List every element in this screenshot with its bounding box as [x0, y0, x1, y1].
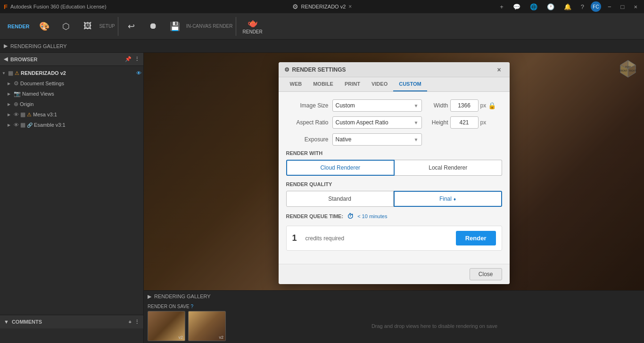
browser-tree: ▼ ▦ ⚠ RENDERIZADO v2 👁 ▶ ⚙ Document Sett… — [0, 66, 143, 315]
exposure-select[interactable]: Native ▼ — [332, 133, 422, 146]
image-size-row: Image Size Custom ▼ Width px 🔒 — [286, 99, 502, 112]
local-renderer-button[interactable]: Local Renderer — [395, 160, 502, 176]
aspect-ratio-value: Custom Aspect Ratio — [336, 119, 388, 126]
setup-label: SETUP — [99, 24, 115, 29]
aspect-ratio-select[interactable]: Custom Aspect Ratio ▼ — [332, 116, 422, 129]
tab-custom[interactable]: CUSTOM — [393, 77, 427, 91]
app-icon: F — [4, 3, 8, 10]
maximize-button[interactable]: □ — [618, 2, 627, 11]
close-button[interactable]: × — [631, 2, 640, 11]
tree-item-origin[interactable]: ▶ ⊕ Origin — [0, 99, 143, 109]
tab-mobile[interactable]: MOBILE — [307, 77, 339, 91]
render-settings-button[interactable]: 🫖 RENDER — [239, 16, 266, 36]
titlebar: F Autodesk Fusion 360 (Education License… — [0, 0, 644, 13]
render-btn-label: RENDER — [243, 29, 263, 34]
tree-item-mesa-label: Mesa v3:1 — [33, 112, 57, 117]
gallery-label: RENDERING GALLERY — [10, 43, 67, 49]
credits-row: 1 credits required Render — [286, 226, 502, 251]
final-quality-button[interactable]: Final ♦ — [394, 191, 502, 207]
help-icon-save[interactable]: ? — [191, 304, 194, 309]
browser-pin-icon[interactable]: 📌 — [125, 56, 132, 62]
clock-icon[interactable]: 🕐 — [544, 2, 557, 11]
viewport: TOP RIGHT FRONT ⚙ RENDER SETTINGS × WEB … — [144, 53, 644, 343]
scene-button[interactable]: 🖼 — [77, 19, 98, 33]
close-dialog-button[interactable]: Close — [470, 268, 502, 280]
gallery-arrow-icon: ▶ — [148, 294, 151, 300]
render-submit-button[interactable]: Render — [456, 231, 496, 245]
rendering-gallery-header[interactable]: ▶ RENDERING GALLERY — [144, 291, 644, 302]
tree-item-named-views[interactable]: ▶ 📷 Named Views — [0, 89, 143, 99]
comments-expand-icon[interactable]: ▼ — [4, 319, 9, 325]
toolbar-separator-1 — [118, 17, 118, 36]
warning-icon-mesa: ⚠ — [27, 112, 32, 118]
visibility-icon-esamble[interactable]: 👁 — [14, 122, 19, 128]
credits-label: credits required — [305, 235, 452, 242]
standard-quality-button[interactable]: Standard — [286, 191, 394, 207]
comments-options-icon[interactable]: ⋮ — [134, 319, 140, 325]
browser-header: ◀ BROWSER 📌 ⋮ — [0, 53, 143, 66]
aspect-ratio-row: Aspect Ratio Custom Aspect Ratio ▼ Heigh… — [286, 116, 502, 129]
help-icon[interactable]: ? — [578, 2, 587, 11]
browser-options-icon[interactable]: ⋮ — [134, 56, 140, 62]
tree-item-esamble[interactable]: ▶ 👁 ▦ 🔗 Esamble v3:1 — [0, 120, 143, 130]
thumbnails-container: v2 v2 Drag and drop views here to disabl… — [148, 311, 640, 341]
dialog-tabs: WEB MOBILE PRINT VIDEO CUSTOM — [279, 77, 510, 92]
render-mode-button[interactable]: RENDER — [4, 22, 33, 31]
toolbar: RENDER 🎨 ⬡ 🖼 SETUP ↩ ⏺ 💾 IN-CANVAS RENDE… — [0, 13, 644, 40]
minimize-button[interactable]: − — [605, 2, 614, 11]
left-panel: ◀ BROWSER 📌 ⋮ ▼ ▦ ⚠ RENDERIZADO v2 👁 ▶ ⚙… — [0, 53, 144, 343]
tree-item-document-settings-label: Document Settings — [20, 81, 64, 86]
dialog-settings-icon: ⚙ — [284, 66, 289, 73]
appearance-icon: ⬡ — [62, 21, 70, 32]
thumbnail-2[interactable]: v2 — [188, 311, 226, 341]
tree-item-mesa[interactable]: ▶ 👁 ▦ ⚠ Mesa v3:1 — [0, 109, 143, 120]
tab-print[interactable]: PRINT — [339, 77, 366, 91]
titlebar-right: + 💬 🌐 🕐 🔔 ? FC − □ × — [497, 1, 640, 12]
chat-icon[interactable]: 💬 — [510, 2, 523, 11]
named-views-arrow: ▶ — [8, 92, 12, 96]
teapot-icon: 🫖 — [248, 18, 258, 28]
material-button[interactable]: 🎨 — [34, 19, 55, 33]
render-on-save-label: RENDER ON SAVE ? — [148, 304, 640, 309]
image-size-select[interactable]: Custom ▼ — [332, 99, 422, 112]
lock-icon[interactable]: 🔒 — [488, 102, 496, 109]
doc-settings-icon: ⚙ — [14, 80, 19, 87]
comments-section: ▼ COMMENTS + ⋮ — [0, 315, 143, 343]
in-canvas-label: IN-CANVAS RENDER — [186, 24, 233, 29]
render-quality-label: RENDER QUALITY — [286, 181, 502, 187]
tab-web[interactable]: WEB — [284, 77, 308, 91]
appearance-button[interactable]: ⬡ — [56, 19, 76, 33]
scene-icon: 🖼 — [83, 21, 92, 31]
render-play-button[interactable]: ⏺ — [143, 19, 164, 33]
close-tab-icon[interactable]: × — [348, 3, 352, 10]
render-with-label: RENDER WITH — [286, 150, 502, 156]
comments-add-icon[interactable]: + — [129, 319, 132, 325]
width-label: Width — [429, 102, 448, 109]
render-settings-dialog: ⚙ RENDER SETTINGS × WEB MOBILE PRINT VID… — [279, 62, 510, 284]
dialog-body: Image Size Custom ▼ Width px 🔒 — [279, 92, 510, 264]
exposure-row: Exposure Native ▼ — [286, 133, 502, 146]
visibility-icon-mesa[interactable]: 👁 — [14, 112, 19, 117]
tab-video[interactable]: VIDEO — [366, 77, 393, 91]
globe-icon[interactable]: 🌐 — [527, 2, 540, 11]
tree-item-document-settings[interactable]: ▶ ⚙ Document Settings — [0, 78, 143, 89]
gallery-header-label: RENDERING GALLERY — [154, 294, 211, 299]
tree-item-root[interactable]: ▼ ▦ ⚠ RENDERIZADO v2 👁 — [0, 68, 143, 78]
render-save-button[interactable]: 💾 — [165, 19, 185, 33]
render-mode-label: RENDER — [8, 24, 29, 29]
visibility-icon-root[interactable]: 👁 — [136, 70, 141, 76]
user-icon[interactable]: FC — [591, 1, 601, 12]
notification-icon[interactable]: 🔔 — [561, 2, 574, 11]
file-title: RENDERIZADO v2 — [301, 4, 346, 9]
environment-button[interactable]: ↩ — [121, 19, 142, 33]
origin-arrow: ▶ — [8, 102, 12, 106]
height-input[interactable] — [450, 116, 479, 129]
plus-icon[interactable]: + — [497, 2, 506, 11]
width-input[interactable] — [450, 99, 479, 112]
thumbnail-1[interactable]: v2 — [148, 311, 185, 341]
dialog-close-button[interactable]: × — [495, 65, 504, 74]
exposure-arrow: ▼ — [414, 137, 419, 142]
browser-back-icon[interactable]: ◀ — [4, 56, 8, 62]
gallery-expand-icon[interactable]: ▶ — [4, 43, 8, 49]
cloud-renderer-button[interactable]: Cloud Renderer — [286, 160, 395, 176]
